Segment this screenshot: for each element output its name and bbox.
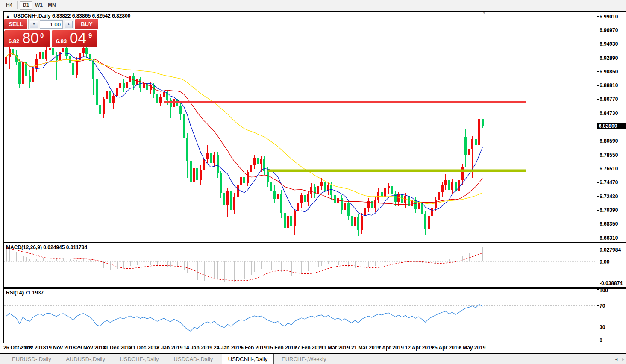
sell-price-prefix: 6.82 (9, 38, 19, 44)
volume-control: ▼ ▲ (28, 19, 74, 29)
date-axis-label: 7 Nov 2018 (19, 345, 46, 351)
candlestick-layer (5, 45, 484, 238)
volume-up-icon[interactable]: ▲ (65, 21, 73, 28)
sell-price-tile[interactable]: 6.82 80 0 (4, 30, 50, 47)
date-axis-label: 12 Apr 2019 (405, 345, 434, 351)
price-axis-label: 6.94930 (600, 41, 625, 47)
price-axis-label: 6.78550 (600, 152, 625, 158)
buy-price-pip: 9 (88, 32, 92, 39)
rsi-line (6, 304, 483, 331)
volume-input[interactable] (40, 20, 63, 29)
tab-scroll-right-icon[interactable]: ► (621, 357, 625, 361)
price-axis-label: 6.72430 (600, 194, 625, 200)
date-axis-label: 29 Nov 2018 (76, 345, 106, 351)
date-axis-label: 2 Jan 2019 (157, 345, 183, 351)
macd-axis-label: -0.038874 (600, 280, 625, 286)
price-axis-label: 6.68350 (600, 221, 625, 227)
tab-separator (57, 356, 57, 362)
buy-price-prefix: 6.83 (56, 38, 67, 44)
chart-title: ▲ USDCNH-,Daily 6.83822 6.83865 6.82542 … (6, 13, 130, 19)
price-axis-label: 6.80590 (600, 138, 625, 144)
rsi-axis-label: 70 (600, 303, 625, 309)
date-axis-label: 15 Feb 2019 (267, 345, 297, 351)
chart-tab-usdcad-daily[interactable]: USDCAD-,Daily (168, 355, 219, 364)
sell-price-main: 80 (22, 29, 39, 47)
macd-signal-line (6, 248, 483, 281)
chart-tab-audusd-daily[interactable]: AUDUSD-,Daily (60, 355, 111, 364)
macd-axis-label: 0.00 (600, 259, 625, 265)
date-axis-label: 25 Apr 2019 (432, 345, 460, 351)
macd-axis-label: 0.027984 (600, 247, 625, 253)
date-axis[interactable]: 26 Oct 20187 Nov 201819 Nov 201829 Nov 2… (3, 343, 597, 352)
buy-price-tile[interactable]: 6.83 04 9 (52, 30, 97, 47)
trade-controls-row: SELL ▼ ▲ BUY (4, 19, 98, 29)
date-axis-label: 7 May 2019 (458, 345, 485, 351)
chart-symbol-label: USDCNH-,Daily (13, 13, 50, 19)
tab-separator (165, 356, 165, 362)
current-price-tag: 6.82800 (597, 123, 626, 129)
price-axis-label: 6.84730 (600, 110, 625, 116)
macd-histogram (7, 247, 483, 283)
chart-ohlc-values: 6.83822 6.83865 6.82542 6.82800 (52, 13, 131, 19)
date-axis-label: 11 Mar 2019 (321, 345, 350, 351)
chart-tab-usdcnh-daily[interactable]: USDCNH-,Daily (222, 354, 274, 364)
rsi-axis-label: 0 (600, 338, 625, 343)
date-axis-label: 14 Jan 2019 (183, 345, 212, 351)
chart-canvas (0, 0, 626, 364)
sell-button[interactable]: SELL (4, 19, 27, 29)
buy-price-main: 04 (70, 29, 86, 47)
price-axis-label: 6.76510 (600, 166, 625, 172)
date-axis-label: 24 Jan 2019 (214, 345, 242, 351)
macd-indicator-label: MACD(12,26,9) 0.024945 0.011734 (6, 244, 87, 250)
price-axis-divider (597, 12, 597, 343)
price-axis-label: 6.86770 (600, 96, 625, 102)
macd-splitter-line2 (3, 244, 626, 244)
rsi-axis-label: 100 (600, 288, 625, 294)
chart-tab-eurchf-weekly[interactable]: EURCHF-,Weekly (276, 355, 332, 364)
rsi-splitter[interactable] (3, 287, 626, 288)
buy-button[interactable]: BUY (75, 19, 98, 29)
macd-splitter[interactable] (3, 242, 626, 243)
scroll-to-end-icon[interactable]: ▼ (482, 10, 486, 15)
trading-platform-window: H4D1W1MN ▲ USDCNH-,Daily 6.83822 6.83865… (0, 0, 626, 364)
sell-price-pip: 0 (40, 32, 44, 39)
date-axis-label: 11 Dec 2018 (103, 345, 132, 351)
chart-tab-eurusd-daily[interactable]: EURUSD-,Daily (6, 355, 57, 364)
price-axis-label: 6.74470 (600, 179, 625, 185)
tab-scroll-left-icon[interactable]: ◄ (614, 357, 618, 361)
price-axis-label: 6.66310 (600, 235, 625, 241)
date-axis-label: 5 Feb 2019 (241, 345, 267, 351)
tab-separator (111, 356, 111, 362)
date-axis-label: 21 Mar 2019 (351, 345, 380, 351)
rsi-splitter-line2 (3, 288, 626, 289)
price-axis-label: 6.88810 (600, 82, 625, 88)
date-axis-label: 2 Apr 2019 (378, 345, 404, 351)
date-axis-label: 21 Dec 2018 (130, 345, 159, 351)
ma-8-line (6, 53, 483, 216)
price-axis-label: 6.90850 (600, 69, 625, 75)
price-axis-label: 6.70390 (600, 207, 625, 213)
chart-tab-bar: EURUSD-,DailyAUDUSD-,DailyUSDCHF-,DailyU… (0, 353, 626, 364)
collapse-triangle-icon[interactable]: ▲ (6, 14, 10, 18)
rsi-indicator-label: RSI(14) 71.1937 (6, 290, 44, 296)
date-axis-label: 19 Nov 2018 (46, 345, 76, 351)
rsi-axis-label: 30 (600, 324, 625, 330)
chart-tab-usdchf-daily[interactable]: USDCHF-,Daily (114, 355, 165, 364)
price-axis-label: 6.92890 (600, 55, 625, 61)
volume-dropdown-icon[interactable]: ▼ (30, 21, 38, 28)
date-axis-label: 27 Feb 2019 (294, 345, 323, 351)
price-axis-label: 6.96970 (600, 27, 625, 33)
price-axis-label: 6.99010 (600, 14, 625, 20)
tab-separator (219, 356, 219, 362)
